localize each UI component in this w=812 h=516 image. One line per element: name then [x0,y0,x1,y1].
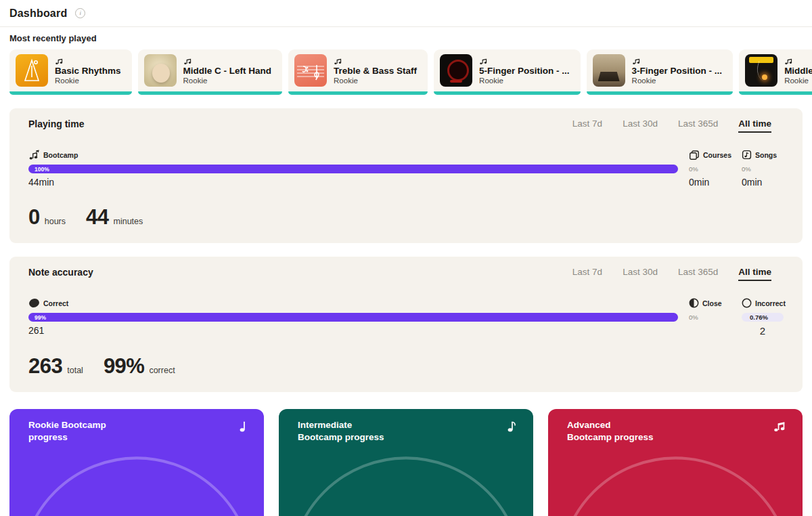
courses-minutes: 0min [689,177,731,188]
correct-count: 261 [28,325,678,336]
playing-time-panel: Playing time Last 7d Last 30d Last 365d … [9,108,803,243]
info-icon[interactable]: i [75,8,85,18]
metronome-art [16,54,48,87]
song-title: Middle C - Right Ha... [784,66,812,76]
tab-all-time[interactable]: All time [738,119,771,133]
bootcamp-bar: 100% [28,165,678,173]
bootcamp-minutes: 44min [28,177,678,188]
incorrect-label: Incorrect [755,299,786,307]
song-card-5-finger-position[interactable]: 5-Finger Position - ... Rookie [434,49,581,95]
progress-underline [138,91,283,95]
advanced-progress-card[interactable]: Advanced Bootcamp progress 0 [548,409,803,516]
tab-all-time[interactable]: All time [738,267,771,281]
song-level: Rookie [183,77,272,85]
correct-filled-circle-icon [28,298,40,308]
notes-total: 263 [28,354,62,379]
progress-underline [288,91,428,95]
songs-percent: 0% [742,165,784,173]
rookie-progress-card[interactable]: Rookie Bootcamp progress 7 [9,409,264,516]
song-title: Basic Rhythms [55,66,121,76]
total-hours: 0 [28,205,40,230]
song-card-3-finger-position[interactable]: 3-Finger Position - ... Rookie [587,49,734,95]
music-note-icon [632,57,723,65]
song-title: Middle C - Left Hand [183,66,272,76]
progress-underline [434,91,581,95]
music-note-icon [784,57,812,65]
note-accuracy-filter-tabs: Last 7d Last 30d Last 365d All time [572,267,793,281]
note-accuracy-panel: Note accuracy Last 7d Last 30d Last 365d… [9,257,803,392]
song-card-treble-bass-staff[interactable]: Treble & Bass Staff Rookie [288,49,428,95]
song-title: Treble & Bass Staff [334,66,417,76]
song-card-middle-c-left[interactable]: Middle C - Left Hand Rookie [138,49,283,95]
page-title: Dashboard [9,7,67,20]
playing-time-filter-tabs: Last 7d Last 30d Last 365d All time [572,119,793,133]
music-note-icon [479,57,570,65]
card-title: Rookie Bootcamp progress [28,419,116,444]
card-title: Intermediate Bootcamp progress [298,419,386,444]
correct-percent-total: 99% [104,354,145,379]
card-title: Advanced Bootcamp progress [567,419,655,444]
sepia-piano-album-art [593,54,625,87]
songs-label: Songs [755,151,777,159]
song-level: Rookie [479,77,570,85]
classical-album-art [745,54,777,87]
incorrect-percent-pill: 0.76% [742,313,784,322]
recently-played-heading: Most recently played [9,33,803,43]
songs-minutes: 0min [742,177,784,188]
progress-underline [9,91,132,95]
total-unit: total [67,366,83,375]
recently-played-row: Basic Rhythms Rookie Middle C - Left Han… [9,49,812,95]
song-card-middle-c-right[interactable]: Middle C - Right Ha... Rookie [739,49,812,95]
baby-album-art [144,54,177,87]
bootcamp-notes-icon [28,150,40,160]
song-level: Rookie [632,77,723,85]
total-minutes: 44 [86,205,108,230]
song-level: Rookie [334,77,417,85]
correct-bar: 99% [28,313,678,322]
song-title: 3-Finger Position - ... [632,66,723,76]
music-note-icon [183,57,272,65]
minutes-unit: minutes [114,217,143,226]
song-card-basic-rhythms[interactable]: Basic Rhythms Rookie [9,49,132,95]
tab-last-30d[interactable]: Last 30d [623,267,658,281]
beamed-notes-icon [773,421,786,432]
intermediate-progress-card[interactable]: Intermediate Bootcamp progress 0 [279,409,533,516]
incorrect-outline-circle-icon [742,298,752,308]
tab-last-30d[interactable]: Last 30d [623,119,658,133]
clefs-art [294,54,327,87]
progress-underline [587,91,734,95]
note-accuracy-title: Note accuracy [19,267,93,278]
tab-last-7d[interactable]: Last 7d [572,267,602,281]
bootcamp-progress-row: Rookie Bootcamp progress 7 Intermediate … [9,409,803,516]
bootcamp-bar-track: 100% [28,165,678,173]
app-header: Dashboard i [0,0,812,27]
incorrect-count: 2 [742,325,784,337]
correct-label: Correct [43,299,68,307]
eighth-note-icon [507,421,517,432]
progress-underline [739,91,812,95]
tab-last-365d[interactable]: Last 365d [678,119,718,133]
playing-time-title: Playing time [19,119,84,129]
song-level: Rookie [784,77,812,85]
bootcamp-label: Bootcamp [43,151,78,159]
courses-label: Courses [703,151,731,159]
jurassic-park-album-art [440,54,472,87]
close-percent: 0% [689,313,731,322]
courses-percent: 0% [689,165,731,173]
tab-last-365d[interactable]: Last 365d [678,267,718,281]
music-note-icon [334,57,417,65]
music-note-icon [55,57,121,65]
courses-stack-icon [689,150,700,160]
close-half-circle-icon [689,298,699,308]
quarter-note-icon [239,421,248,432]
tab-last-7d[interactable]: Last 7d [572,119,602,133]
song-level: Rookie [55,77,121,85]
close-label: Close [702,299,722,307]
playing-time-totals: 0 hours 44 minutes [19,205,793,230]
songs-note-icon [742,150,752,160]
song-title: 5-Finger Position - ... [479,66,570,76]
correct-bar-track: 99% [28,313,678,322]
note-accuracy-totals: 263 total 99% correct [19,354,793,379]
correct-unit: correct [149,366,175,375]
hours-unit: hours [45,217,66,226]
